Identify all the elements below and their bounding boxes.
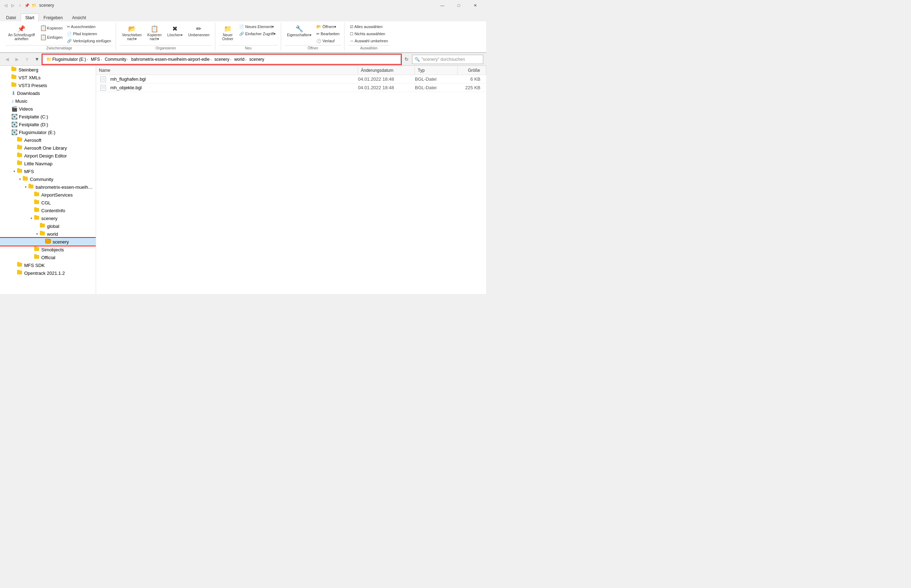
- tree-item-mfs[interactable]: ▾MFS: [0, 168, 96, 175]
- tab-ansicht[interactable]: Ansicht: [67, 13, 91, 22]
- tree-expand-videos: [6, 105, 11, 113]
- up-nav-button[interactable]: ↑: [23, 55, 31, 64]
- path-scenery2[interactable]: scenery: [248, 57, 266, 62]
- folder-icon-flugsimulatorE: 💽: [11, 129, 19, 135]
- tree-item-official[interactable]: Official: [0, 254, 96, 261]
- path-world[interactable]: world ›: [233, 57, 247, 62]
- folder-icon-aerosoft: [17, 137, 24, 144]
- tree-item-scenery[interactable]: ▾scenery: [0, 214, 96, 222]
- path-bahrometrix[interactable]: bahrometrix-essen-muelheim-airport-edle …: [130, 57, 213, 62]
- tree-label-festplatteC: Festplatte (C:): [19, 114, 48, 120]
- close-button[interactable]: ✕: [467, 0, 483, 11]
- tree-item-airportServices[interactable]: AirportServices: [0, 191, 96, 199]
- shortcut-button[interactable]: 🔗 Verknüpfung einfügen: [65, 38, 113, 44]
- path-mfs[interactable]: MFS ›: [90, 57, 103, 62]
- tree-item-cgl[interactable]: CGL: [0, 199, 96, 207]
- paste-button[interactable]: 📋 Einfügen: [38, 33, 65, 42]
- window-title: scenery: [39, 3, 54, 8]
- properties-button[interactable]: 🔧 Eigenschaften▾: [285, 23, 314, 39]
- copy-button[interactable]: 📋 Kopieren: [38, 23, 65, 32]
- cut-button[interactable]: ✂ Ausschneiden: [65, 23, 113, 30]
- new-folder-button[interactable]: 📁 NeuerOrdner: [219, 23, 237, 42]
- col-date-header[interactable]: Änderungsdatum: [358, 66, 415, 75]
- maximize-button[interactable]: □: [451, 0, 467, 11]
- tree-expand-scenery[interactable]: ▾: [28, 214, 34, 222]
- pin-button[interactable]: 📌 An Schnellzugriffanheften: [6, 23, 37, 42]
- open-button[interactable]: 📂 Öffnen▾: [314, 23, 341, 30]
- select-none-button[interactable]: ☐ Nichts auswählen: [348, 31, 390, 37]
- address-path[interactable]: 📁 Flugsimulator (E:) › MFS › Community ›…: [43, 55, 401, 64]
- tree-item-world[interactable]: ▾world: [0, 230, 96, 238]
- tree-item-steinberg[interactable]: Steinberg: [0, 66, 96, 74]
- tree-item-scenerySelected[interactable]: scenery: [0, 238, 96, 246]
- tree-item-aerosoft[interactable]: Aerosoft: [0, 136, 96, 144]
- tree-item-music[interactable]: ♪Music: [0, 97, 96, 105]
- folder-icon-festplatteC: 💽: [11, 114, 19, 120]
- back-icon[interactable]: ◁: [3, 3, 8, 8]
- new-element-button[interactable]: 📄 Neues Element▾: [237, 23, 278, 30]
- path-scenery2-label: scenery: [250, 57, 264, 62]
- tree-item-littleNavmap[interactable]: Little Navmap: [0, 160, 96, 168]
- tree-label-opentrack: Opentrack 2021.1.2: [24, 271, 65, 276]
- folder-icon-opentrack: [17, 270, 24, 276]
- tree-expand-world[interactable]: ▾: [34, 230, 40, 238]
- tab-start[interactable]: Start: [21, 13, 39, 22]
- delete-icon: ✖: [172, 25, 178, 33]
- move-button[interactable]: 📂 Verschiebennach▾: [120, 23, 144, 42]
- tree-expand-mfs[interactable]: ▾: [11, 168, 17, 175]
- tree-item-mfsSdk[interactable]: MFS SDK: [0, 261, 96, 269]
- easy-access-button[interactable]: 🔗 Einfacher Zugriff▾: [237, 31, 278, 37]
- edit-button[interactable]: ✏ Bearbeiten: [314, 31, 341, 37]
- folder-icon-vstXmls: [11, 74, 18, 81]
- path-scenery1[interactable]: scenery ›: [214, 57, 233, 62]
- pin-icon[interactable]: 📌: [24, 3, 30, 8]
- tree-item-aerosoftOne[interactable]: Aerosoft One Library: [0, 144, 96, 152]
- tree-item-festplatteD[interactable]: 💽Festplatte (D:): [0, 121, 96, 128]
- search-box[interactable]: 🔍 "scenery" durchsuchen: [412, 55, 483, 64]
- history-button[interactable]: 🕐 Verlauf: [314, 38, 341, 44]
- search-icon: 🔍: [415, 57, 420, 62]
- invert-button[interactable]: ↔ Auswahl umkehren: [348, 38, 390, 44]
- delete-button[interactable]: ✖ Löschen▾: [165, 23, 185, 39]
- copy2-button[interactable]: 📋 Kopierennach▾: [145, 23, 164, 42]
- tree-label-littleNavmap: Little Navmap: [24, 161, 52, 166]
- col-name-header[interactable]: Name: [96, 66, 358, 75]
- path-drive[interactable]: 📁 Flugsimulator (E:) ›: [45, 57, 89, 62]
- select-all-button[interactable]: ☑ Alles auswählen: [348, 23, 390, 30]
- file-icon-mh_objekte: 📄: [101, 85, 106, 90]
- copypath-button[interactable]: 📄 Pfad kopieren: [65, 31, 113, 37]
- tree-item-global[interactable]: global: [0, 222, 96, 230]
- minimize-button[interactable]: —: [434, 0, 451, 11]
- tree-item-opentrack[interactable]: Opentrack 2021.1.2: [0, 269, 96, 277]
- tree-item-flugsimulatorE[interactable]: 💽Flugsimulator (E:): [0, 128, 96, 136]
- tree-item-community[interactable]: ▾Community: [0, 175, 96, 183]
- copy2-icon: 📋: [151, 25, 158, 33]
- tree-label-scenerySelected: scenery: [53, 239, 69, 245]
- rename-button[interactable]: ✏ Umbenennen: [186, 23, 212, 39]
- tree-label-airportServices: AirportServices: [41, 192, 73, 198]
- forward-icon[interactable]: ▷: [10, 3, 16, 8]
- tree-item-vstXmls[interactable]: VST XMLs: [0, 74, 96, 81]
- tree-item-vst3presets[interactable]: VST3 Presets: [0, 81, 96, 89]
- file-item-mh_objekte[interactable]: 📄 mh_objekte.bgl 04.01.2022 18:48 BGL-Da…: [96, 84, 486, 92]
- col-size-header[interactable]: Größe: [458, 66, 486, 75]
- tree-item-simobjects[interactable]: Simobjects: [0, 246, 96, 254]
- recent-button[interactable]: ▼: [33, 55, 41, 64]
- tab-freigeben[interactable]: Freigeben: [39, 13, 67, 22]
- tree-item-airportDesign[interactable]: Airport Design Editor: [0, 152, 96, 160]
- move-label: Verschiebennach▾: [122, 33, 142, 41]
- tree-expand-bahrometrix[interactable]: ▾: [23, 183, 28, 191]
- up-icon[interactable]: ↑: [17, 3, 23, 8]
- tree-item-bahrometrix[interactable]: ▾bahrometrix-essen-muelheim-airport-edle: [0, 183, 96, 191]
- tree-item-festplatteC[interactable]: 💽Festplatte (C:): [0, 113, 96, 121]
- tree-expand-community[interactable]: ▾: [17, 175, 23, 183]
- file-item-mh_flughafen[interactable]: 📄 mh_flughafen.bgl 04.01.2022 18:48 BGL-…: [96, 75, 486, 84]
- refresh-button[interactable]: ↻: [402, 55, 411, 64]
- col-type-header[interactable]: Typ: [415, 66, 458, 75]
- tree-item-contentInfo[interactable]: ContentInfo: [0, 207, 96, 214]
- tree-expand-airportServices: [28, 191, 34, 199]
- tree-item-downloads[interactable]: ⬇Downloads: [0, 89, 96, 97]
- tree-item-videos[interactable]: 🎬Videos: [0, 105, 96, 113]
- tab-datei[interactable]: Datei: [2, 13, 21, 22]
- path-community[interactable]: Community ›: [104, 57, 129, 62]
